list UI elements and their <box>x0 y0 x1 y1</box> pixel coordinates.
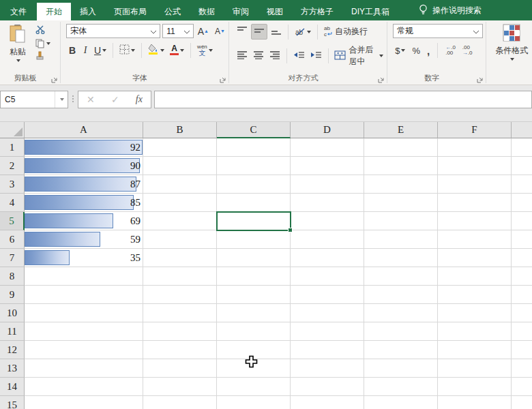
cell-A4[interactable]: 85 <box>25 194 143 212</box>
clipboard-dialog-launcher[interactable] <box>51 76 58 82</box>
cell-A6[interactable]: 59 <box>25 230 143 249</box>
italic-button[interactable]: I <box>80 44 91 57</box>
cell-B10[interactable] <box>143 304 217 322</box>
cell-E9[interactable] <box>364 286 438 304</box>
align-left-button[interactable] <box>235 49 250 63</box>
row-header-10[interactable]: 10 <box>0 304 25 322</box>
cell-F15[interactable] <box>438 396 512 409</box>
column-header-F[interactable]: F <box>438 122 512 138</box>
tab-home[interactable]: 开始 <box>37 3 71 20</box>
name-box[interactable]: C5 <box>0 91 68 108</box>
cell-D12[interactable] <box>291 341 364 359</box>
cell-D13[interactable] <box>291 359 364 378</box>
row-header-12[interactable]: 12 <box>0 341 25 359</box>
cell-F2[interactable] <box>438 157 512 175</box>
cell-A7[interactable]: 35 <box>25 249 143 267</box>
orientation-button[interactable]: ab <box>293 26 313 38</box>
cell-B2[interactable] <box>143 157 217 175</box>
cell-B12[interactable] <box>143 341 217 359</box>
cell-C2[interactable] <box>217 157 291 175</box>
row-header-3[interactable]: 3 <box>0 175 25 194</box>
row-header-5[interactable]: 5 <box>0 212 25 230</box>
underline-button[interactable]: U <box>92 44 108 57</box>
cell-A5[interactable]: 69 <box>25 212 143 230</box>
fill-color-dropdown-arrow[interactable] <box>160 49 164 52</box>
cell-F8[interactable] <box>438 267 512 286</box>
column-header-E[interactable]: E <box>364 122 438 138</box>
cell-F5[interactable] <box>438 212 512 230</box>
cell-E3[interactable] <box>364 175 438 194</box>
cell-B11[interactable] <box>143 322 217 341</box>
cell-E6[interactable] <box>364 230 438 249</box>
tab-review[interactable]: 审阅 <box>224 3 258 20</box>
cut-button[interactable] <box>35 25 50 36</box>
tab-page-layout[interactable]: 页面布局 <box>105 3 156 20</box>
cell-A14[interactable] <box>25 378 143 396</box>
cell-F14[interactable] <box>438 378 512 396</box>
cell-C6[interactable] <box>217 230 291 249</box>
row-header-13[interactable]: 13 <box>0 359 25 378</box>
cell-D8[interactable] <box>291 267 364 286</box>
cell-E1[interactable] <box>364 138 438 157</box>
fill-color-button[interactable] <box>146 42 166 58</box>
shrink-font-button[interactable]: A▼ <box>213 25 227 37</box>
format-painter-button[interactable] <box>35 51 50 63</box>
cell-C10[interactable] <box>217 304 291 322</box>
font-name-combobox[interactable]: 宋体 <box>66 24 160 38</box>
column-header-B[interactable]: B <box>143 122 217 138</box>
cell-E12[interactable] <box>364 341 438 359</box>
cell-F3[interactable] <box>438 175 512 194</box>
cell-B15[interactable] <box>143 396 217 409</box>
phonetic-button[interactable]: wén 文 <box>195 43 215 58</box>
align-bottom-button[interactable] <box>269 25 284 39</box>
decrease-indent-button[interactable] <box>291 49 307 63</box>
row-header-9[interactable]: 9 <box>0 286 25 304</box>
alignment-dialog-launcher[interactable] <box>378 76 385 82</box>
cell-B9[interactable] <box>143 286 217 304</box>
row-header-1[interactable]: 1 <box>0 138 25 157</box>
number-format-combobox[interactable]: 常规 <box>393 24 483 38</box>
wrap-text-button[interactable]: ab c 自动换行 <box>322 25 370 39</box>
select-all-button[interactable] <box>0 122 25 138</box>
cell-A10[interactable] <box>25 304 143 322</box>
decrease-decimal-button[interactable]: .00 →.0 <box>460 44 475 57</box>
cell-A12[interactable] <box>25 341 143 359</box>
cell-E7[interactable] <box>364 249 438 267</box>
cell-C7[interactable] <box>217 249 291 267</box>
tab-diy-toolbox[interactable]: DIY工具箱 <box>342 3 398 20</box>
align-right-button[interactable] <box>267 49 282 63</box>
cell-F6[interactable] <box>438 230 512 249</box>
align-middle-button[interactable] <box>251 24 267 40</box>
row-header-6[interactable]: 6 <box>0 230 25 249</box>
fill-handle[interactable] <box>288 228 293 232</box>
tab-file[interactable]: 文件 <box>0 3 37 20</box>
row-header-4[interactable]: 4 <box>0 194 25 212</box>
cell-C14[interactable] <box>217 378 291 396</box>
cell-F12[interactable] <box>438 341 512 359</box>
column-header-C[interactable]: C <box>217 122 291 138</box>
row-header-2[interactable]: 2 <box>0 157 25 175</box>
font-dialog-launcher[interactable] <box>220 76 226 82</box>
tab-data[interactable]: 数据 <box>190 3 224 20</box>
enter-button[interactable]: ✓ <box>111 94 119 105</box>
cell-A13[interactable] <box>25 359 143 378</box>
cell-E4[interactable] <box>364 194 438 212</box>
cell-D4[interactable] <box>291 194 364 212</box>
cell-A2[interactable]: 90 <box>25 157 143 175</box>
cell-C8[interactable] <box>217 267 291 286</box>
formula-input[interactable] <box>154 91 532 108</box>
cell-D9[interactable] <box>291 286 364 304</box>
cell-A11[interactable] <box>25 322 143 341</box>
cell-D10[interactable] <box>291 304 364 322</box>
cell-D11[interactable] <box>291 322 364 341</box>
cell-D14[interactable] <box>291 378 364 396</box>
cell-E13[interactable] <box>364 359 438 378</box>
accounting-dropdown-arrow[interactable] <box>401 49 405 52</box>
percent-style-button[interactable]: % <box>410 44 422 57</box>
tab-view[interactable]: 视图 <box>258 3 292 20</box>
cell-F10[interactable] <box>438 304 512 322</box>
cell-E14[interactable] <box>364 378 438 396</box>
accounting-format-button[interactable]: $ <box>393 44 407 57</box>
borders-button[interactable] <box>117 43 137 58</box>
cell-B8[interactable] <box>143 267 217 286</box>
